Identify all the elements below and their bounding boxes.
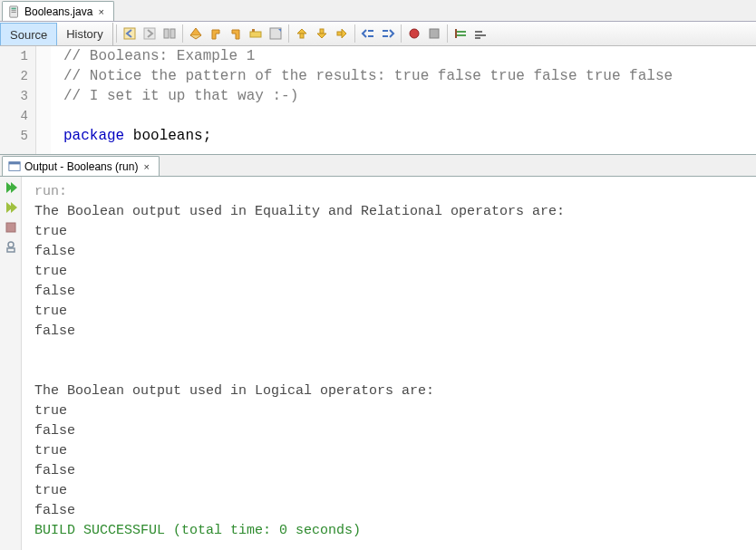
prev-bm-icon[interactable] [293, 24, 311, 43]
record-macro-icon[interactable] [405, 24, 423, 43]
tab-history[interactable]: History [57, 23, 112, 45]
svg-rect-28 [6, 223, 15, 232]
svg-rect-2 [12, 10, 16, 11]
output-line: false [34, 423, 75, 439]
toolbar-separator [116, 24, 117, 43]
close-icon[interactable]: × [141, 161, 150, 172]
find-next-icon[interactable] [227, 24, 245, 43]
output-line: true [34, 224, 67, 239]
output-line: true [34, 483, 67, 498]
code-editor[interactable]: 1 2 3 4 5 // Booleans: Example 1 // Noti… [0, 46, 756, 155]
output-panel: Output - Booleans (run) × run: The Boole… [0, 155, 756, 550]
output-line: true [34, 304, 67, 319]
svg-point-18 [410, 29, 419, 38]
rerun-icon[interactable] [4, 180, 18, 195]
svg-rect-16 [383, 30, 388, 32]
rerun-alt-icon[interactable] [4, 200, 18, 215]
output-line: The Boolean output used in Equality and … [34, 204, 565, 219]
line-number: 2 [0, 66, 28, 86]
shift-right-icon[interactable] [379, 24, 397, 43]
code-text: booleans; [124, 128, 211, 144]
output-run-label: run: [34, 184, 67, 199]
toolbar-separator [288, 24, 289, 43]
output-line: false [34, 323, 75, 339]
diff-icon[interactable] [160, 24, 179, 43]
next-bm-icon[interactable] [313, 24, 331, 43]
stop-icon[interactable] [4, 220, 18, 235]
line-gutter: 1 2 3 4 5 [0, 46, 36, 154]
output-line: true [34, 403, 67, 419]
editor-tab-booleans[interactable]: Booleans.java × [2, 1, 114, 21]
code-line: // Booleans: Example 1 [63, 48, 255, 64]
svg-rect-8 [250, 32, 261, 37]
code-keyword: package [63, 128, 124, 144]
nav-fwd-icon[interactable] [141, 24, 159, 43]
output-line: false [34, 463, 75, 478]
find-prev-icon[interactable] [207, 24, 225, 43]
svg-rect-11 [300, 34, 304, 38]
editor-tab-label: Booleans.java [24, 5, 92, 18]
svg-rect-3 [12, 12, 16, 13]
output-line: true [34, 443, 67, 458]
svg-rect-23 [475, 34, 486, 36]
svg-rect-24 [475, 31, 482, 33]
output-line: false [34, 284, 75, 299]
source-toolbar: Source History [0, 22, 756, 46]
svg-rect-14 [368, 30, 373, 32]
shift-left-icon[interactable] [359, 24, 377, 43]
comment-icon[interactable] [451, 24, 470, 43]
svg-point-29 [8, 242, 14, 247]
line-number: 5 [0, 126, 28, 146]
code-line: // I set it up that way :-) [63, 88, 298, 104]
line-number: 3 [0, 86, 28, 106]
svg-rect-7 [170, 29, 175, 38]
output-line: false [34, 503, 75, 518]
output-window-icon [8, 160, 21, 173]
nav-back-icon[interactable] [121, 24, 139, 43]
code-content[interactable]: // Booleans: Example 1 // Notice the pat… [51, 46, 756, 154]
output-text[interactable]: run: The Boolean output used in Equality… [22, 177, 756, 550]
code-line: // Notice the pattern of the results: tr… [63, 68, 673, 84]
java-file-icon [8, 5, 21, 18]
toolbar-separator [447, 24, 448, 43]
settings-icon[interactable] [4, 240, 18, 255]
output-tab-bar: Output - Booleans (run) × [0, 155, 756, 177]
svg-rect-17 [383, 35, 388, 37]
toolbar-separator [182, 24, 183, 43]
svg-rect-6 [164, 29, 169, 38]
toggle-hl-icon[interactable] [247, 24, 265, 43]
toolbar-separator [401, 24, 402, 43]
editor-tab-bar: Booleans.java × [0, 0, 756, 22]
svg-rect-30 [7, 248, 15, 252]
uncomment-icon[interactable] [471, 24, 489, 43]
svg-rect-13 [337, 32, 342, 35]
output-line: false [34, 244, 75, 259]
svg-rect-22 [455, 29, 457, 38]
close-icon[interactable]: × [96, 6, 105, 17]
output-line: The Boolean output used in Logical opera… [34, 383, 434, 399]
tab-source[interactable]: Source [0, 23, 57, 45]
toggle-bm-icon[interactable] [333, 24, 351, 43]
output-sidebar [0, 177, 22, 550]
output-tab-label: Output - Booleans (run) [24, 160, 138, 173]
svg-rect-25 [475, 37, 480, 39]
glyph-margin [36, 46, 51, 154]
svg-rect-27 [9, 161, 20, 164]
output-tab[interactable]: Output - Booleans (run) × [2, 156, 160, 176]
line-number: 1 [0, 46, 28, 66]
svg-rect-1 [12, 7, 16, 9]
output-line: true [34, 264, 67, 279]
svg-rect-15 [368, 35, 373, 37]
svg-rect-19 [430, 29, 439, 38]
toggle-mark-icon[interactable] [267, 24, 285, 43]
stop-macro-icon[interactable] [425, 24, 443, 43]
svg-rect-12 [320, 29, 324, 34]
line-number: 4 [0, 106, 28, 126]
find-sel-icon[interactable] [187, 24, 205, 43]
output-build-msg: BUILD SUCCESSFUL (total time: 0 seconds) [34, 523, 361, 538]
toolbar-separator [354, 24, 355, 43]
svg-rect-9 [252, 29, 255, 32]
